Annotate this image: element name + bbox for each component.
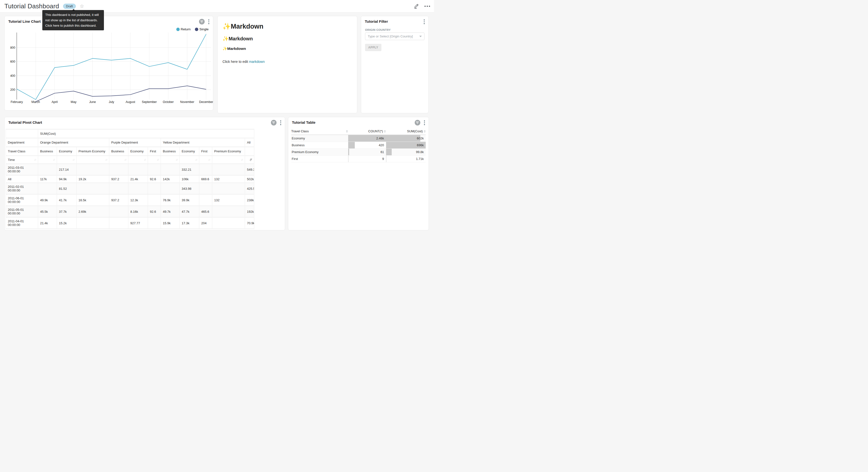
sort-icon[interactable]: ↓↑ xyxy=(195,158,197,161)
pivot-sort-cell[interactable]: ↓↑ xyxy=(57,156,76,164)
pivot-value-cell xyxy=(212,217,245,229)
pivot-row-dim-label: Department xyxy=(6,138,38,147)
pivot-value-cell: 19.2k xyxy=(76,175,109,183)
pivot-sort-cell[interactable]: ↓ xyxy=(245,156,254,164)
pivot-value-cell xyxy=(128,164,148,175)
filter-indicator-icon[interactable] xyxy=(271,120,277,125)
x-axis-label: July xyxy=(109,100,115,104)
pivot-value-cell: 92.6 xyxy=(148,206,161,217)
kebab-menu-icon[interactable] xyxy=(279,120,282,126)
pivot-value-cell xyxy=(161,183,180,195)
cell-sum-cost: 696k xyxy=(386,142,426,148)
pivot-sort-cell[interactable]: ↓↑ xyxy=(180,156,199,164)
column-label: SUM(Cost) xyxy=(407,129,423,133)
line-chart-card: Tutorial Line Chart Return Single 200400… xyxy=(4,16,213,111)
pivot-department-row: DepartmentOrange DepartmentPurple Depart… xyxy=(6,138,254,147)
pivot-sort-cell[interactable]: ↓↑ xyxy=(38,156,57,164)
x-axis-label: February xyxy=(10,100,23,104)
pivot-value-cell xyxy=(199,195,212,206)
pivot-value-cell: 81.52 xyxy=(57,183,76,195)
sort-icon[interactable]: ↓↑ xyxy=(53,158,55,161)
pivot-value-cell: 17.3k xyxy=(180,217,199,229)
filter-card-actions xyxy=(423,19,426,25)
pivot-value-cell: 12.3k xyxy=(128,195,148,206)
pivot-class-row: Travel ClassBusinessEconomyPremium Econo… xyxy=(6,147,254,156)
pivot-value-cell: 92.6 xyxy=(148,175,161,183)
pivot-value-cell: 45.5k xyxy=(38,206,57,217)
pivot-sort-cell[interactable]: ↓↑ xyxy=(199,156,212,164)
pivot-time-label[interactable]: Time↓↑ xyxy=(6,156,38,164)
pivot-chart-title: Tutorial Pivot Chart xyxy=(8,120,42,124)
pivot-value-cell: 15.9k xyxy=(161,217,180,229)
column-header-count[interactable]: COUNT(*) xyxy=(348,129,386,133)
pivot-sort-cell[interactable]: ↓↑ xyxy=(148,156,161,164)
pivot-value-cell: 41.7k xyxy=(57,195,76,206)
pivot-value-cell xyxy=(148,183,161,195)
pivot-value-cell xyxy=(148,195,161,206)
markdown-h1: ✨Markdown xyxy=(222,23,352,30)
pivot-sort-cell[interactable]: ↓↑ xyxy=(212,156,245,164)
sort-desc-active-icon[interactable]: ↓ xyxy=(249,158,252,161)
column-header-sum-cost[interactable]: SUM(Cost) xyxy=(386,129,426,133)
sort-icon[interactable]: ↓↑ xyxy=(124,158,126,161)
filter-indicator-icon[interactable] xyxy=(199,19,205,25)
pivot-chart-card: Tutorial Pivot Chart SUM(Cost)Department… xyxy=(4,117,285,230)
table-row[interactable]: Business420696k xyxy=(291,142,426,149)
column-header-travel-class[interactable]: Travel Class xyxy=(291,129,348,133)
filter-indicator-icon[interactable] xyxy=(415,120,420,125)
apply-button[interactable]: APPLY xyxy=(365,44,381,51)
sort-icon[interactable]: ↓↑ xyxy=(176,158,178,161)
markdown-edit-text: Click here to edit xyxy=(222,60,249,64)
markdown-h3: ✨Markdown xyxy=(222,47,352,51)
kebab-menu-icon[interactable] xyxy=(423,120,426,126)
origin-country-select[interactable]: Type or Select [Origin Country] xyxy=(365,32,425,40)
pivot-sort-cell[interactable]: ↓↑ xyxy=(76,156,109,164)
x-axis-label: October xyxy=(163,100,174,104)
legend-label-return: Return xyxy=(181,27,191,31)
markdown-content[interactable]: ✨Markdown ✨Markdown ✨Markdown Click here… xyxy=(218,16,357,67)
legend-item-return[interactable]: Return xyxy=(176,27,191,31)
sort-caret-icon xyxy=(384,130,386,132)
pivot-class-header: Economy xyxy=(180,147,199,156)
table-card: Tutorial Table Travel Class COUNT(*) SUM… xyxy=(288,117,429,230)
edit-pencil-icon[interactable] xyxy=(414,3,419,9)
pivot-sort-cell[interactable]: ↓↑ xyxy=(109,156,128,164)
pivot-sort-cell[interactable]: ↓↑ xyxy=(161,156,180,164)
legend-dot-return xyxy=(176,28,180,31)
pivot-table[interactable]: SUM(Cost)DepartmentOrange DepartmentPurp… xyxy=(6,129,254,229)
pivot-data-row: 2011-04-0100:00:0021.4k15.2k927.7715.9k1… xyxy=(6,217,254,229)
table-row[interactable]: First91.71k xyxy=(291,155,426,163)
header-actions xyxy=(414,3,430,9)
sort-icon[interactable]: ↓↑ xyxy=(208,158,210,161)
pivot-data-row: 2011-03-0100:00:00217.14332.21549.35 xyxy=(6,164,254,175)
sort-icon[interactable]: ↓↑ xyxy=(241,158,243,161)
sort-icon[interactable]: ↓↑ xyxy=(105,158,107,161)
legend-item-single[interactable]: Single xyxy=(195,27,209,31)
kebab-menu-icon[interactable] xyxy=(423,19,426,25)
pivot-value-cell: 49.7k xyxy=(161,206,180,217)
pivot-value-cell xyxy=(38,183,57,195)
pivot-value-cell: 70.9k xyxy=(245,217,254,229)
pivot-value-cell xyxy=(38,164,57,175)
sort-icon[interactable]: ↓↑ xyxy=(34,158,36,161)
favorite-star-icon[interactable]: ☆ xyxy=(80,4,84,8)
pivot-value-cell: 132 xyxy=(212,195,245,206)
pivot-sort-cell[interactable]: ↓↑ xyxy=(128,156,148,164)
table-card-actions xyxy=(415,120,426,126)
sort-icon[interactable]: ↓↑ xyxy=(72,158,74,161)
kebab-menu-icon[interactable] xyxy=(208,19,210,25)
pivot-value-cell xyxy=(148,217,161,229)
markdown-edit-link[interactable]: markdown xyxy=(249,60,265,64)
pivot-value-cell: 142k xyxy=(161,175,180,183)
cell-count: 2.46k xyxy=(348,135,386,142)
pivot-row-label: 2011-04-0100:00:00 xyxy=(6,217,38,229)
pivot-data-row: 2011-02-0100:00:0081.52343.98425.5 xyxy=(6,183,254,195)
ellipsis-menu-icon[interactable] xyxy=(425,5,430,8)
pivot-row-label: 2011-06-0100:00:00 xyxy=(6,195,38,206)
cell-count: 61 xyxy=(348,149,386,155)
sort-icon[interactable]: ↓↑ xyxy=(157,158,159,161)
sort-icon[interactable]: ↓↑ xyxy=(144,158,146,161)
table-row[interactable]: Premium Economy6199.8k xyxy=(291,149,426,155)
table-row[interactable]: Economy2.46k602k xyxy=(291,135,426,142)
pivot-value-cell: 8.16k xyxy=(128,206,148,217)
